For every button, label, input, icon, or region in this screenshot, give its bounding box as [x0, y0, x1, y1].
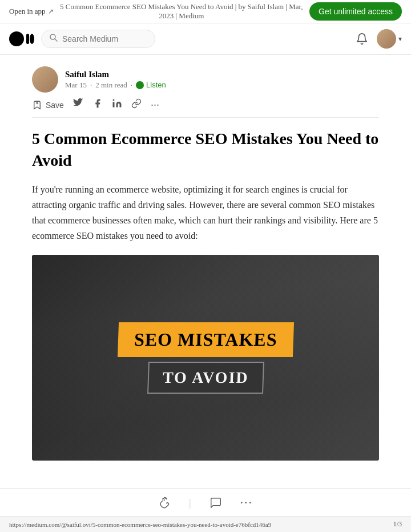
status-bar-left: Open in app ↗ [9, 7, 54, 16]
author-avatar[interactable] [32, 66, 58, 93]
article-container: Saiful Islam Mar 15 · 2 min read · Liste… [0, 55, 411, 483]
search-icon [50, 34, 58, 44]
comment-button[interactable] [209, 497, 222, 509]
listen-button[interactable]: Listen [136, 81, 166, 89]
bottom-bar: | ··· https://medium.com/@saiful.ovi/5-c… [0, 488, 411, 532]
avatar [377, 29, 396, 49]
read-time: 2 min read [95, 81, 127, 90]
twitter-share-button[interactable] [73, 98, 83, 111]
seo-mistakes-banner: SEO MISTAKES [118, 322, 294, 357]
image-content: SEO MISTAKES TO AVOID [118, 322, 293, 394]
svg-point-0 [9, 31, 24, 46]
listen-dot-icon [136, 81, 144, 89]
medium-logo[interactable] [9, 31, 34, 46]
author-info: Saiful Islam Mar 15 · 2 min read · Liste… [65, 70, 166, 90]
action-bar: Save ··· [32, 98, 379, 118]
facebook-share-button[interactable] [92, 98, 103, 111]
copy-link-button[interactable] [131, 98, 142, 111]
svg-rect-1 [26, 34, 29, 44]
page-title: 5 Common Ecommerce SEO Mistakes You Need… [54, 2, 310, 21]
author-meta: Mar 15 · 2 min read · Listen [65, 81, 166, 90]
publish-date: Mar 15 [65, 81, 87, 90]
notifications-icon[interactable] [354, 31, 370, 47]
article-title: 5 Common Ecommerce SEO Mistakes You Need… [32, 128, 379, 171]
get-unlimited-button[interactable]: Get unlimited access [309, 2, 402, 21]
more-bottom-button[interactable]: ··· [240, 495, 253, 510]
author-row: Saiful Islam Mar 15 · 2 min read · Liste… [32, 66, 379, 93]
open-in-app-arrow: ↗ [48, 7, 54, 16]
clap-button[interactable] [158, 497, 171, 509]
article-body: If you're running an ecommerce website, … [32, 182, 379, 244]
to-avoid-banner: TO AVOID [147, 362, 264, 394]
separator: | [189, 497, 191, 509]
top-nav: ▾ [0, 23, 411, 55]
article-image: SEO MISTAKES TO AVOID [32, 255, 379, 461]
user-avatar-button[interactable]: ▾ [377, 29, 402, 49]
search-bar[interactable] [41, 30, 155, 48]
svg-point-7 [112, 99, 114, 101]
bottom-url-bar: https://medium.com/@saiful.ovi/5-common-… [0, 516, 411, 532]
chevron-down-icon: ▾ [398, 35, 402, 43]
page-number: 1/3 [393, 520, 402, 529]
bookmark-icon [32, 100, 42, 110]
status-bar: Open in app ↗ 5 Common Ecommerce SEO Mis… [0, 0, 411, 23]
more-options-button[interactable]: ··· [151, 99, 159, 111]
author-name[interactable]: Saiful Islam [65, 70, 166, 79]
bottom-icons: | ··· [0, 489, 411, 516]
save-button[interactable]: Save [32, 100, 64, 110]
open-in-app-link[interactable]: Open in app [9, 7, 46, 16]
svg-point-2 [30, 34, 34, 44]
svg-line-4 [55, 39, 57, 41]
linkedin-share-button[interactable] [112, 98, 122, 111]
page-url: https://medium.com/@saiful.ovi/5-common-… [9, 521, 271, 528]
search-input[interactable] [62, 34, 147, 43]
